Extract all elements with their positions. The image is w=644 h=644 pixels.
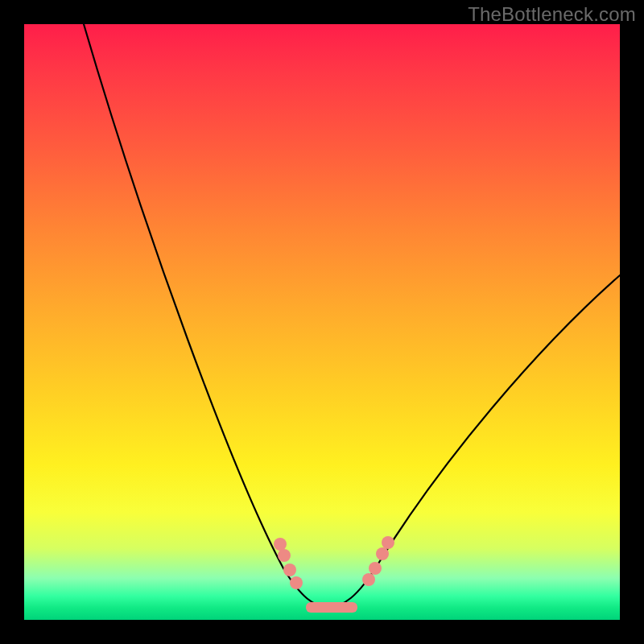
marker-left-1 (274, 538, 287, 551)
marker-bottom-band (306, 602, 357, 613)
chart-frame: TheBottleneck.com (0, 0, 644, 644)
marker-left-3 (283, 564, 296, 576)
marker-right-4 (382, 536, 394, 549)
marker-right-2 (369, 562, 382, 575)
curve-layer (24, 24, 620, 620)
bottleneck-curve (84, 24, 620, 607)
watermark-text: TheBottleneck.com (468, 3, 636, 26)
marker-left-2 (278, 549, 291, 562)
marker-right-3 (376, 547, 389, 560)
plot-area (24, 24, 620, 620)
marker-left-4 (290, 576, 303, 589)
marker-right-1 (362, 573, 375, 586)
